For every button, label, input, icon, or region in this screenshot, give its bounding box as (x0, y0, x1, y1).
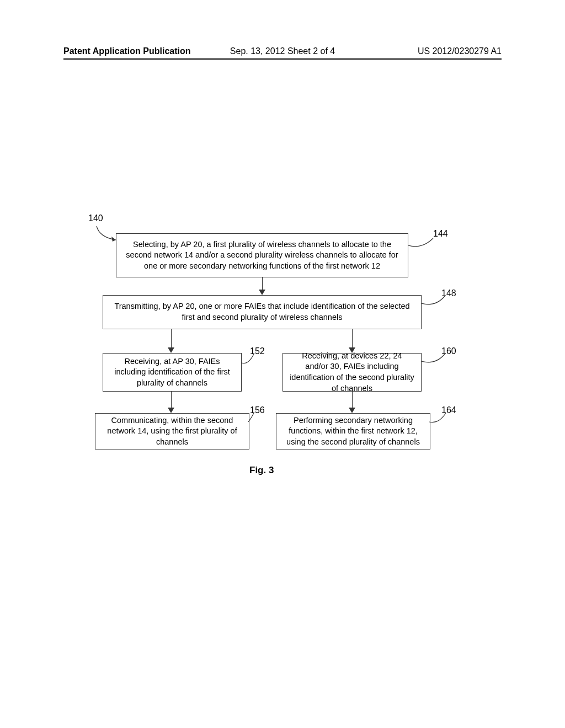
header-right: US 2012/0230279 A1 (355, 46, 502, 56)
arrowhead-160-164 (349, 408, 355, 413)
header-center: Sep. 13, 2012 Sheet 2 of 4 (210, 46, 356, 56)
leader-156 (237, 412, 257, 426)
box-148-text: Transmitting, by AP 20, one or more FAIE… (110, 301, 414, 323)
ref-140: 140 (88, 213, 103, 223)
page-header: Patent Application Publication Sep. 13, … (0, 46, 565, 56)
box-160: Receiving, at devices 22, 24 and/or 30, … (282, 353, 422, 392)
box-152-text: Receiving, at AP 30, FAIEs including ide… (110, 356, 234, 389)
arrow-152-156 (171, 392, 172, 409)
svg-marker-0 (111, 237, 116, 242)
box-156-text: Communicating, within the second network… (102, 415, 242, 448)
box-160-text: Receiving, at devices 22, 24 and/or 30, … (290, 351, 414, 394)
leader-164 (425, 412, 450, 426)
header-left: Patent Application Publication (63, 46, 210, 56)
leader-144 (408, 237, 436, 251)
box-148: Transmitting, by AP 20, one or more FAIE… (103, 295, 422, 329)
leader-152 (237, 353, 257, 367)
box-152: Receiving, at AP 30, FAIEs including ide… (103, 353, 242, 392)
box-156: Communicating, within the second network… (95, 413, 249, 449)
arrowhead-152-156 (168, 408, 174, 413)
leader-160 (422, 353, 449, 367)
box-164: Performing secondary networking function… (276, 413, 430, 449)
leader-148 (422, 295, 449, 309)
arrow-148-160 (352, 329, 353, 349)
box-144: Selecting, by AP 20, a first plurality o… (116, 233, 408, 277)
arrowhead-144-148 (259, 290, 265, 295)
header-divider (63, 58, 502, 60)
arrow-148-152 (171, 329, 172, 349)
arrow-160-164 (352, 392, 353, 409)
arrowhead-148-152 (168, 347, 174, 353)
box-144-text: Selecting, by AP 20, a first plurality o… (123, 239, 401, 272)
figure-label: Fig. 3 (249, 465, 274, 476)
box-164-text: Performing secondary networking function… (283, 415, 423, 448)
